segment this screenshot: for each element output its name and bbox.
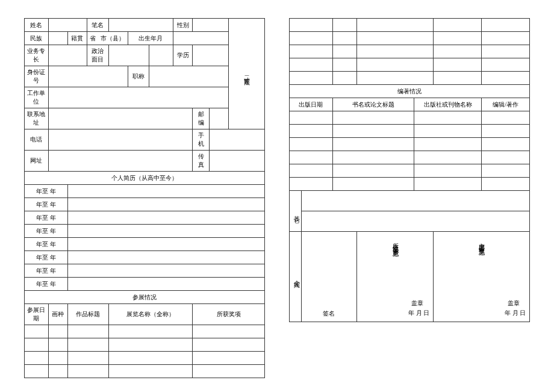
- exhibit-cell[interactable]: [193, 365, 265, 378]
- pub-cell[interactable]: [332, 125, 414, 138]
- cont-cell[interactable]: [356, 58, 434, 72]
- resume-detail[interactable]: [67, 198, 264, 211]
- cont-cell[interactable]: [290, 58, 333, 72]
- cont-cell[interactable]: [482, 72, 530, 85]
- pub-cell[interactable]: [414, 138, 482, 151]
- resume-year[interactable]: 年至 年: [25, 211, 68, 225]
- resume-year[interactable]: 年至 年: [25, 185, 68, 198]
- field-fax[interactable]: [210, 151, 265, 172]
- cont-cell[interactable]: [356, 72, 434, 85]
- field-zip[interactable]: [210, 108, 229, 129]
- pub-cell[interactable]: [482, 111, 530, 125]
- resume-year[interactable]: 年至 年: [25, 238, 68, 251]
- field-title[interactable]: [149, 66, 229, 87]
- resume-detail[interactable]: [67, 264, 264, 278]
- pub-cell[interactable]: [290, 125, 333, 138]
- pub-cell[interactable]: [290, 138, 333, 151]
- field-gender[interactable]: [193, 19, 229, 32]
- pub-cell[interactable]: [414, 111, 482, 125]
- resume-year[interactable]: 年至 年: [25, 198, 68, 211]
- cont-cell[interactable]: [434, 19, 482, 32]
- field-idno[interactable]: [48, 66, 128, 87]
- cont-cell[interactable]: [332, 45, 356, 58]
- exhibit-cell[interactable]: [48, 352, 67, 365]
- cont-cell[interactable]: [482, 32, 530, 45]
- exhibit-cell[interactable]: [48, 365, 67, 378]
- cont-cell[interactable]: [290, 32, 333, 45]
- pub-cell[interactable]: [414, 125, 482, 138]
- pub-cell[interactable]: [332, 111, 414, 125]
- resume-detail[interactable]: [67, 278, 264, 291]
- exhibit-cell[interactable]: [108, 338, 193, 352]
- resume-detail[interactable]: [67, 251, 264, 264]
- cont-cell[interactable]: [332, 72, 356, 85]
- cont-cell[interactable]: [434, 45, 482, 58]
- pub-cell[interactable]: [290, 164, 333, 178]
- cont-cell[interactable]: [290, 72, 333, 85]
- exhibit-cell[interactable]: [108, 352, 193, 365]
- cont-cell[interactable]: [434, 72, 482, 85]
- field-name[interactable]: [48, 19, 87, 32]
- exhibit-cell[interactable]: [193, 338, 265, 352]
- exhibit-cell[interactable]: [67, 338, 108, 352]
- pub-cell[interactable]: [332, 178, 414, 191]
- resume-detail[interactable]: [67, 238, 264, 251]
- field-blank1[interactable]: [149, 45, 173, 66]
- cont-cell[interactable]: [290, 19, 333, 32]
- resume-year[interactable]: 年至 年: [25, 251, 68, 264]
- resume-detail[interactable]: [67, 185, 264, 198]
- field-workunit[interactable]: [48, 87, 228, 108]
- cont-cell[interactable]: [482, 45, 530, 58]
- pub-cell[interactable]: [482, 125, 530, 138]
- exhibit-cell[interactable]: [108, 365, 193, 378]
- resume-detail[interactable]: [67, 225, 264, 238]
- cont-cell[interactable]: [434, 58, 482, 72]
- exhibit-cell[interactable]: [25, 338, 49, 352]
- field-ethnicity[interactable]: [48, 32, 67, 45]
- pub-cell[interactable]: [482, 151, 530, 164]
- pub-cell[interactable]: [482, 164, 530, 178]
- field-url[interactable]: [48, 151, 192, 172]
- cont-cell[interactable]: [356, 45, 434, 58]
- cont-cell[interactable]: [356, 19, 434, 32]
- exhibit-cell[interactable]: [48, 338, 67, 352]
- field-political[interactable]: [108, 45, 149, 66]
- cont-cell[interactable]: [434, 32, 482, 45]
- exhibit-cell[interactable]: [108, 325, 193, 338]
- field-mobile[interactable]: [210, 129, 265, 151]
- cont-cell[interactable]: [332, 32, 356, 45]
- field-address[interactable]: [48, 108, 192, 129]
- resume-year[interactable]: 年至 年: [25, 278, 68, 291]
- exhibit-cell[interactable]: [67, 325, 108, 338]
- pub-cell[interactable]: [290, 151, 333, 164]
- resume-detail[interactable]: [67, 211, 264, 225]
- cont-cell[interactable]: [482, 19, 530, 32]
- pub-cell[interactable]: [290, 111, 333, 125]
- cont-cell[interactable]: [290, 45, 333, 58]
- field-specialty[interactable]: [48, 45, 87, 66]
- field-phone[interactable]: [48, 129, 192, 151]
- pub-cell[interactable]: [290, 178, 333, 191]
- pub-cell[interactable]: [414, 178, 482, 191]
- exhibit-cell[interactable]: [48, 325, 67, 338]
- field-education[interactable]: [193, 45, 229, 66]
- exhibit-cell[interactable]: [67, 365, 108, 378]
- field-birth[interactable]: [173, 32, 229, 45]
- cont-cell[interactable]: [332, 19, 356, 32]
- cont-cell[interactable]: [332, 58, 356, 72]
- field-penname[interactable]: [108, 19, 173, 32]
- resume-year[interactable]: 年至 年: [25, 225, 68, 238]
- photo-box[interactable]: 二寸近照: [229, 19, 265, 129]
- pub-cell[interactable]: [332, 138, 414, 151]
- field-chair-opinion[interactable]: 主席团审批意见 盖章 年 月 日: [434, 232, 530, 322]
- field-local-opinion[interactable]: 所在地市美协意见 盖章 年 月 日: [356, 232, 434, 322]
- pub-cell[interactable]: [332, 164, 414, 178]
- pub-cell[interactable]: [482, 178, 530, 191]
- pub-cell[interactable]: [414, 151, 482, 164]
- exhibit-cell[interactable]: [25, 325, 49, 338]
- other-row[interactable]: [301, 191, 529, 211]
- exhibit-cell[interactable]: [25, 365, 49, 378]
- cont-cell[interactable]: [482, 58, 530, 72]
- other-row[interactable]: [301, 211, 529, 232]
- pub-cell[interactable]: [332, 151, 414, 164]
